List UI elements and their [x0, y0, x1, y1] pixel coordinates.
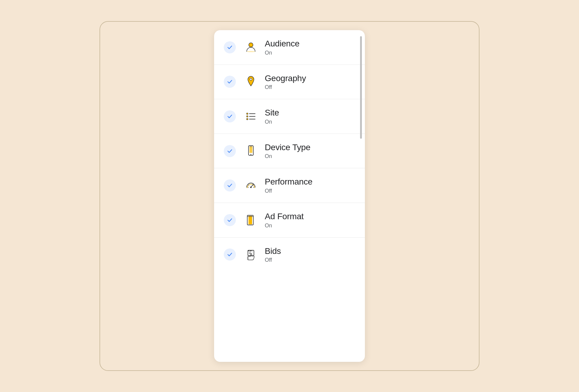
ad-format-status: On: [265, 223, 304, 229]
list-item-bids[interactable]: Bids Off: [214, 238, 365, 272]
checkbox-geography[interactable]: [224, 76, 236, 88]
geography-status: Off: [265, 84, 306, 90]
checkbox-ad-format[interactable]: [224, 214, 236, 226]
checkbox-bids[interactable]: [224, 248, 236, 261]
checkbox-device-type[interactable]: [224, 145, 236, 157]
svg-point-7: [247, 118, 248, 120]
svg-rect-20: [248, 216, 252, 224]
svg-point-3: [247, 113, 248, 114]
ad-format-text: Ad Format On: [265, 211, 304, 229]
svg-line-18: [253, 185, 254, 185]
audience-title: Audience: [265, 39, 299, 49]
list-item-ad-format[interactable]: Ad Format On: [214, 203, 365, 238]
outer-card: Audience On Geography: [100, 21, 479, 371]
svg-rect-25: [247, 257, 248, 260]
svg-point-14: [250, 187, 252, 188]
svg-point-1: [247, 51, 255, 52]
svg-point-2: [250, 78, 252, 81]
list-item-performance[interactable]: Performance Off: [214, 168, 365, 203]
ad-format-icon: [243, 212, 259, 228]
ad-format-title: Ad Format: [265, 211, 304, 222]
audience-text: Audience On: [265, 39, 299, 56]
audience-status: On: [265, 50, 299, 56]
checkbox-audience[interactable]: [224, 41, 236, 53]
svg-rect-10: [249, 146, 252, 153]
site-title: Site: [265, 108, 279, 118]
performance-title: Performance: [265, 177, 312, 187]
scroll-area[interactable]: Audience On Geography: [214, 30, 365, 362]
bids-status: Off: [265, 257, 281, 263]
scrollbar: [360, 36, 362, 139]
list-item-device-type[interactable]: Device Type On: [214, 134, 365, 169]
performance-icon: [243, 178, 259, 193]
list-item-geography[interactable]: Geography Off: [214, 65, 365, 100]
svg-point-5: [247, 115, 248, 117]
svg-point-0: [249, 43, 253, 47]
audience-icon: [243, 40, 259, 55]
bids-title: Bids: [265, 246, 281, 256]
geography-icon: [243, 74, 259, 90]
bids-text: Bids Off: [265, 246, 281, 264]
device-type-text: Device Type On: [265, 142, 310, 160]
bids-icon: [243, 247, 259, 262]
list-item-site[interactable]: Site On: [214, 99, 365, 134]
device-type-title: Device Type: [265, 142, 310, 153]
performance-status: Off: [265, 188, 312, 194]
checkbox-site[interactable]: [224, 110, 236, 122]
site-status: On: [265, 119, 279, 125]
svg-point-11: [251, 154, 252, 155]
inner-card: Audience On Geography: [214, 30, 365, 362]
device-type-icon: [243, 143, 259, 159]
geography-title: Geography: [265, 73, 306, 84]
list-item-audience[interactable]: Audience On: [214, 30, 365, 65]
svg-line-17: [248, 185, 249, 185]
checkbox-performance[interactable]: [224, 179, 236, 191]
site-text: Site On: [265, 108, 279, 125]
device-type-status: On: [265, 153, 310, 160]
site-icon: [243, 109, 259, 124]
geography-text: Geography Off: [265, 73, 306, 91]
performance-text: Performance Off: [265, 177, 312, 194]
